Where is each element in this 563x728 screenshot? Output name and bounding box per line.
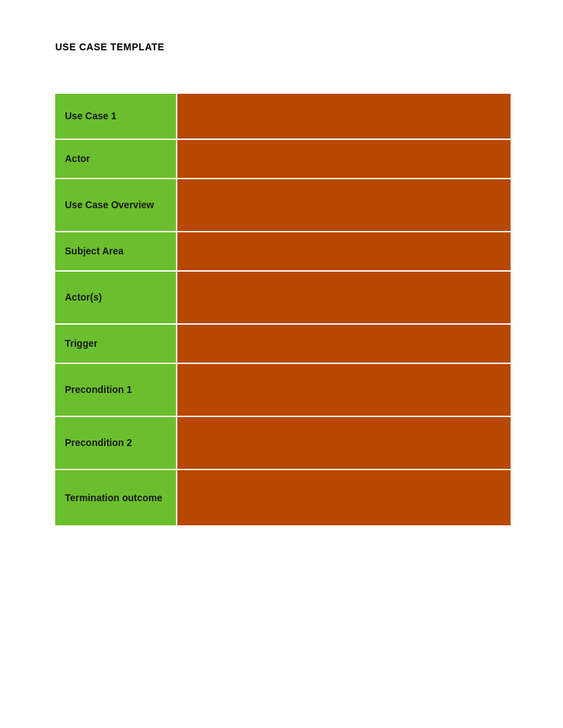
table-row: Precondition 1: [55, 364, 511, 417]
label-precondition1: Precondition 1: [55, 364, 176, 416]
value-actor[interactable]: [176, 140, 511, 178]
page-title: USE CASE TEMPLATE: [55, 41, 508, 52]
table-row: Use Case Overview: [55, 179, 511, 232]
table-row: Termination outcome: [55, 470, 511, 525]
page: USE CASE TEMPLATE Use Case 1 Actor Use C…: [0, 0, 563, 728]
label-trigger: Trigger: [55, 325, 176, 363]
label-actor: Actor: [55, 140, 176, 178]
use-case-table: Use Case 1 Actor Use Case Overview Subje…: [55, 94, 511, 525]
value-precondition1[interactable]: [176, 364, 511, 416]
value-trigger[interactable]: [176, 325, 511, 363]
label-actors: Actor(s): [55, 272, 176, 323]
value-subject[interactable]: [176, 232, 511, 270]
label-precondition2: Precondition 2: [55, 417, 176, 469]
table-row: Actor(s): [55, 272, 511, 325]
label-termination: Termination outcome: [55, 470, 176, 525]
value-precondition2[interactable]: [176, 417, 511, 469]
value-overview[interactable]: [176, 179, 511, 231]
table-row: Precondition 2: [55, 417, 511, 470]
table-row: Use Case 1: [55, 94, 511, 140]
value-use-case[interactable]: [176, 94, 511, 139]
value-actors[interactable]: [176, 272, 511, 323]
table-row: Actor: [55, 140, 511, 179]
label-subject: Subject Area: [55, 232, 176, 270]
table-row: Subject Area: [55, 232, 511, 272]
table-row: Trigger: [55, 325, 511, 364]
label-overview: Use Case Overview: [55, 179, 176, 231]
value-termination[interactable]: [176, 470, 511, 525]
label-use-case: Use Case 1: [55, 94, 176, 139]
